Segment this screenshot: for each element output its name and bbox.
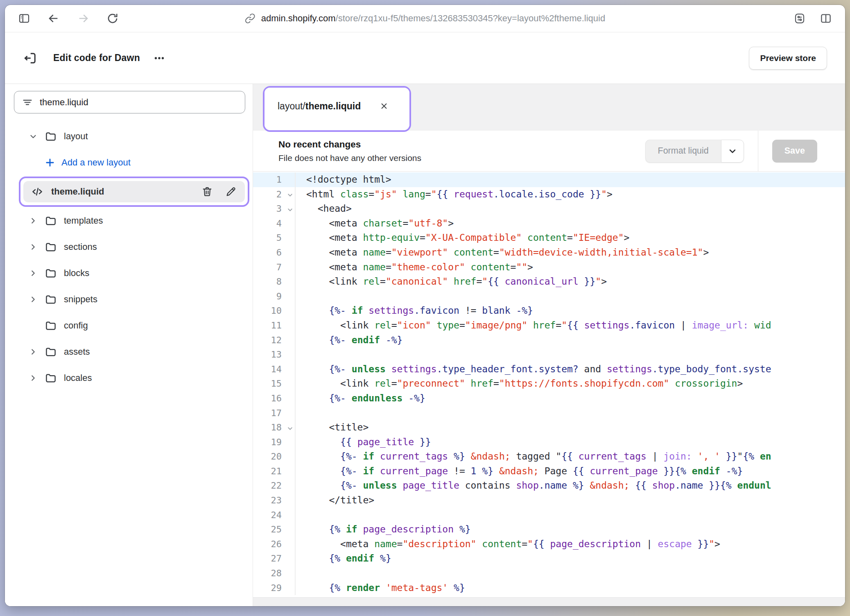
- chevron-right-icon[interactable]: [28, 347, 38, 356]
- line-number: 1: [253, 172, 296, 187]
- sidebar-item-sections[interactable]: sections: [5, 234, 253, 260]
- file-search[interactable]: [14, 91, 245, 113]
- back-icon[interactable]: [47, 11, 61, 25]
- code-editor-panel: layout/theme.liquid No recent changes Fi…: [253, 84, 845, 606]
- chevron-right-icon[interactable]: [28, 269, 38, 278]
- folder-icon: [44, 346, 57, 358]
- folder-icon: [44, 241, 57, 253]
- format-liquid-button[interactable]: Format liquid: [645, 140, 721, 163]
- sidebar-item-add-layout[interactable]: Add a new layout: [5, 149, 253, 176]
- folder-icon: [44, 372, 57, 384]
- line-number: 15: [253, 376, 296, 391]
- line-number: 14: [253, 362, 296, 377]
- forward-icon[interactable]: [76, 11, 90, 25]
- exit-icon: [23, 51, 38, 66]
- code-line: 7 <meta name="theme-color" content="">: [253, 260, 845, 275]
- sidebar-item-layout[interactable]: layout: [5, 123, 253, 149]
- browser-toolbar: admin.shopify.com/store/rzq1xu-f5/themes…: [5, 5, 845, 32]
- page-title: Edit code for Dawn: [53, 52, 140, 63]
- code-line: 29 {% render 'meta-tags' %}: [253, 581, 845, 596]
- close-icon[interactable]: [379, 101, 389, 111]
- code-text: [296, 289, 306, 304]
- sidebar-item-config[interactable]: config: [5, 313, 253, 339]
- format-options-button[interactable]: [721, 140, 744, 163]
- line-number: 18: [253, 420, 296, 435]
- preview-store-button[interactable]: Preview store: [749, 47, 827, 70]
- chevron-right-icon[interactable]: [28, 295, 38, 304]
- code-line: 26 <meta name="description" content="{{ …: [253, 537, 845, 552]
- browser-window: admin.shopify.com/store/rzq1xu-f5/themes…: [5, 5, 845, 606]
- chevron-down-icon[interactable]: [28, 132, 38, 141]
- chevron-right-icon[interactable]: [28, 374, 38, 383]
- line-number: 28: [253, 566, 296, 581]
- code-text: <html class="js" lang="{{ request.locale…: [296, 187, 613, 202]
- chevron-right-icon[interactable]: [28, 242, 38, 251]
- code-line: 14 {%- unless settings.type_header_font.…: [253, 362, 845, 377]
- code-line: 15 <link rel="preconnect" href="https://…: [253, 376, 845, 391]
- code-text: {% render 'meta-tags' %}: [296, 581, 465, 596]
- sidebar-item-blocks[interactable]: blocks: [5, 260, 253, 286]
- fold-icon[interactable]: [287, 425, 293, 431]
- code-text: </title>: [296, 493, 374, 508]
- code-line: 12 {%- endif -%}: [253, 333, 845, 348]
- line-number: 24: [253, 508, 296, 523]
- code-text: <link rel="canonical" href="{{ canonical…: [296, 274, 607, 289]
- line-number: 7: [253, 260, 296, 275]
- sidebar-item-snippets[interactable]: snippets: [5, 286, 253, 313]
- page-settings-icon[interactable]: [793, 11, 807, 25]
- code-text: {% if page_description %}: [296, 522, 471, 537]
- folder-label: blocks: [64, 268, 89, 279]
- url-text: admin.shopify.com/store/rzq1xu-f5/themes…: [261, 13, 605, 24]
- sidebar-item-templates[interactable]: templates: [5, 208, 253, 234]
- sidebar-item-theme-liquid[interactable]: theme.liquid: [23, 181, 245, 202]
- sidebar-item-locales[interactable]: locales: [5, 365, 253, 391]
- line-number: 27: [253, 551, 296, 566]
- code-line: 16 {%- endunless -%}: [253, 391, 845, 406]
- line-number: 20: [253, 449, 296, 464]
- code-editor[interactable]: 1<!doctype html>2<html class="js" lang="…: [253, 172, 845, 597]
- code-icon: [31, 186, 44, 198]
- sidebar-item-assets[interactable]: assets: [5, 339, 253, 365]
- code-text: <link rel="preconnect" href="https://fon…: [296, 376, 743, 391]
- code-line: 1<!doctype html>: [253, 172, 845, 187]
- fold-icon[interactable]: [287, 192, 293, 198]
- folder-icon: [44, 130, 57, 143]
- url-bar[interactable]: admin.shopify.com/store/rzq1xu-f5/themes…: [245, 13, 605, 24]
- line-number: 23: [253, 493, 296, 508]
- split-view-icon[interactable]: [819, 11, 833, 25]
- code-line: 28: [253, 566, 845, 581]
- code-text: <meta http-equiv="X-UA-Compatible" conte…: [296, 231, 629, 245]
- code-line: 17: [253, 406, 845, 421]
- line-number: 13: [253, 347, 296, 362]
- code-line: 19 {{ page_title }}: [253, 435, 845, 450]
- selected-file-ring: theme.liquid: [19, 177, 249, 207]
- horizontal-scrollbar[interactable]: [253, 597, 845, 606]
- search-input[interactable]: [40, 97, 237, 108]
- exit-button[interactable]: [23, 51, 38, 66]
- tab-theme-liquid[interactable]: layout/theme.liquid: [264, 88, 409, 130]
- pencil-icon[interactable]: [225, 186, 237, 197]
- tab-strip: layout/theme.liquid: [253, 84, 845, 131]
- more-button[interactable]: [152, 51, 166, 65]
- save-button[interactable]: Save: [772, 140, 817, 163]
- line-number: 6: [253, 245, 296, 260]
- file-sidebar: layoutAdd a new layouttheme.liquidtempla…: [5, 84, 253, 606]
- format-liquid-split-button: Format liquid: [645, 140, 744, 163]
- code-line: 6 <meta name="viewport" content="width=d…: [253, 245, 845, 260]
- code-text: {%- endif -%}: [296, 333, 402, 348]
- code-line: 9: [253, 289, 845, 304]
- code-text: <meta name="theme-color" content="">: [296, 260, 533, 275]
- trash-icon[interactable]: [201, 186, 213, 197]
- code-text: <meta name="description" content="{{ pag…: [296, 537, 720, 552]
- chevron-right-icon[interactable]: [28, 216, 38, 225]
- fold-icon[interactable]: [287, 206, 293, 213]
- reload-icon[interactable]: [106, 11, 120, 25]
- action-label: Add a new layout: [61, 157, 131, 168]
- tab-label: layout/theme.liquid: [278, 101, 361, 112]
- desktop-background: admin.shopify.com/store/rzq1xu-f5/themes…: [0, 0, 850, 616]
- main-area: layoutAdd a new layouttheme.liquidtempla…: [5, 84, 845, 606]
- sidebar-toggle-icon[interactable]: [17, 11, 31, 25]
- line-number: 26: [253, 537, 296, 552]
- line-number: 2: [253, 187, 296, 202]
- link-icon: [245, 13, 255, 24]
